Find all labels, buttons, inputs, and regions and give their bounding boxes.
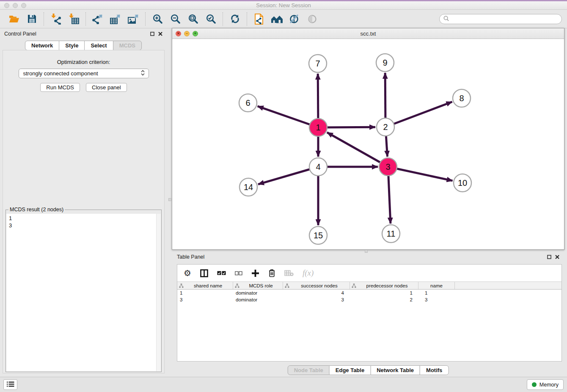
edge-3-1[interactable] — [327, 133, 388, 167]
node-11[interactable]: 11 — [382, 225, 400, 243]
tab-style[interactable]: Style — [59, 41, 85, 50]
network-view-window: scc.txt ✕ − + 7968124314101511 — [172, 28, 564, 250]
node-table-container: ⚙f(x) shared nameMCDS rolesuccessor node… — [177, 264, 562, 362]
table-body: 1dominator4113dominator323 — [177, 290, 561, 303]
edge-2-8[interactable] — [385, 102, 452, 127]
delete-table-icon[interactable] — [284, 270, 294, 276]
table-cell: dominator — [233, 297, 283, 302]
tab-mcds[interactable]: MCDS — [113, 41, 142, 50]
control-panel-tabs: NetworkStyleSelectMCDS — [25, 41, 142, 50]
column-header-name[interactable]: name — [418, 282, 455, 289]
column-header-MCDS-role[interactable]: MCDS role — [233, 282, 283, 289]
column-header-predecessor-nodes[interactable]: predecessor nodes — [350, 282, 418, 289]
float-panel-icon[interactable] — [150, 32, 154, 36]
network-window-title: scc.txt — [172, 30, 564, 37]
node-8[interactable]: 8 — [453, 89, 471, 107]
table-row[interactable]: 1dominator411 — [177, 290, 561, 296]
network-canvas[interactable]: 7968124314101511 — [172, 39, 564, 250]
control-panel-title: Control Panel — [4, 31, 36, 37]
table-tabs: Node TableEdge TableNetwork TableMotifs — [288, 365, 449, 375]
node-6[interactable]: 6 — [239, 94, 257, 112]
table-cell: 1 — [350, 290, 418, 295]
export-network-icon[interactable] — [89, 11, 107, 27]
apply-layout-icon[interactable] — [226, 11, 244, 27]
node-2[interactable]: 2 — [377, 118, 394, 136]
table-tab-network-table[interactable]: Network Table — [370, 365, 420, 375]
node-14[interactable]: 14 — [239, 178, 257, 196]
zoom-selected-icon[interactable] — [202, 11, 220, 27]
edge-1-6[interactable] — [258, 106, 318, 127]
task-history-button[interactable] — [3, 379, 17, 390]
table-panel: Table Panel ⚙f(x) shared nameMCDS rolesu… — [172, 252, 564, 377]
svg-text:8: 8 — [459, 94, 464, 103]
node-4[interactable]: 4 — [309, 158, 327, 176]
svg-text:14: 14 — [244, 182, 253, 192]
table-row[interactable]: 3dominator323 — [177, 296, 561, 303]
toolbar-separator — [85, 12, 86, 26]
mcds-result-item[interactable]: 3 — [9, 222, 161, 229]
table-tab-motifs[interactable]: Motifs — [420, 365, 449, 375]
search-box[interactable] — [439, 14, 562, 24]
zoom-out-icon[interactable] — [166, 11, 184, 27]
svg-text:9: 9 — [383, 58, 387, 67]
tab-network[interactable]: Network — [25, 41, 59, 50]
close-table-panel-icon[interactable] — [555, 255, 559, 259]
table-tab-node-table[interactable]: Node Table — [288, 365, 330, 375]
edge-3-10[interactable] — [388, 167, 453, 181]
select-all-icon[interactable] — [217, 271, 226, 276]
memory-status-icon — [532, 382, 537, 387]
toggle-graphics-details-icon[interactable] — [286, 11, 303, 27]
vertical-splitter-grip[interactable] — [168, 198, 171, 201]
run-mcds-button[interactable]: Run MCDS — [40, 83, 80, 92]
close-panel-button[interactable]: Close panel — [86, 83, 127, 92]
svg-text:7: 7 — [315, 59, 320, 68]
column-header-successor-nodes[interactable]: successor nodes — [283, 282, 350, 289]
network-window-titlebar[interactable]: scc.txt ✕ − + — [172, 28, 564, 39]
zoom-in-icon[interactable] — [149, 11, 166, 27]
optimization-criterion-select[interactable]: strongly connected component — [19, 69, 149, 78]
window-titlebar: Session: New Session — [0, 1, 567, 10]
main-toolbar — [0, 10, 567, 28]
mcds-result-title: MCDS result (2 nodes) — [8, 207, 65, 213]
export-image-icon[interactable] — [124, 11, 142, 27]
result-scrollbar[interactable] — [156, 214, 161, 371]
network-from-selection-icon[interactable] — [250, 11, 268, 27]
table-cell: 1 — [418, 290, 455, 295]
tree-icon — [179, 283, 184, 288]
show-columns-icon[interactable] — [200, 269, 208, 277]
application-window: Session: New Session Control Panel Netwo… — [0, 0, 567, 392]
birdseye-view-icon[interactable] — [303, 11, 321, 27]
node-1[interactable]: 1 — [309, 119, 327, 136]
open-session-icon[interactable] — [5, 11, 23, 27]
cyndex-home-icon[interactable] — [268, 11, 286, 27]
import-network-icon[interactable] — [47, 11, 65, 27]
node-10[interactable]: 10 — [454, 174, 471, 192]
table-options-gear-icon[interactable]: ⚙ — [184, 269, 191, 277]
delete-row-icon[interactable] — [268, 269, 275, 277]
svg-text:11: 11 — [387, 229, 396, 238]
add-row-icon[interactable] — [251, 269, 259, 277]
table-tab-edge-table[interactable]: Edge Table — [329, 365, 371, 375]
node-3[interactable]: 3 — [379, 158, 397, 176]
float-table-panel-icon[interactable] — [547, 255, 551, 259]
node-7[interactable]: 7 — [309, 55, 327, 72]
svg-text:3: 3 — [385, 162, 390, 171]
import-table-icon[interactable] — [65, 11, 83, 27]
mcds-result-item[interactable]: 1 — [9, 215, 161, 222]
mcds-result-list[interactable]: 13 — [6, 214, 161, 371]
status-bar: Memory — [0, 377, 567, 392]
search-input[interactable] — [451, 16, 558, 22]
deselect-all-icon[interactable] — [235, 271, 242, 276]
memory-button[interactable]: Memory — [527, 379, 564, 390]
table-cell: 2 — [350, 297, 418, 302]
tab-select[interactable]: Select — [84, 41, 113, 50]
node-15[interactable]: 15 — [309, 226, 327, 244]
save-session-icon[interactable] — [23, 11, 41, 27]
close-panel-icon[interactable] — [158, 32, 162, 36]
tree-icon — [352, 283, 356, 288]
export-table-icon[interactable] — [107, 11, 124, 27]
column-header-shared-name[interactable]: shared name — [177, 282, 233, 289]
node-9[interactable]: 9 — [376, 54, 394, 72]
zoom-fit-icon[interactable] — [184, 11, 202, 27]
function-builder-icon[interactable]: f(x) — [303, 268, 314, 278]
